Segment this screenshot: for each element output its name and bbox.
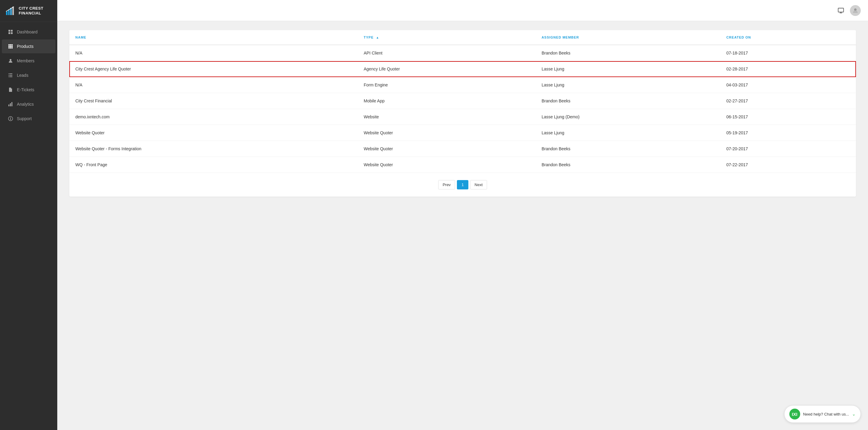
svg-rect-28 <box>11 102 12 106</box>
cell-assigned_member: Brandon Beeks <box>535 157 720 173</box>
table-row[interactable]: N/AAPI ClientBrandon Beeks07-18-2017 <box>69 45 856 61</box>
products-table-card: NAME TYPE ▲ ASSIGNED MEMBER CREATED ON <box>69 30 856 197</box>
svg-rect-11 <box>10 44 11 45</box>
sidebar-item-products[interactable]: Products <box>2 39 56 53</box>
svg-rect-15 <box>11 46 13 47</box>
cell-created_on: 06-15-2017 <box>720 109 856 125</box>
info-icon <box>8 116 13 121</box>
cell-assigned_member: Lasse Ljung <box>535 125 720 141</box>
cell-name: N/A <box>69 77 358 93</box>
person-icon <box>8 58 13 64</box>
chat-label: Need help? Chat with us... <box>803 412 849 417</box>
col-name[interactable]: NAME <box>69 30 358 45</box>
sidebar-item-etickets[interactable]: E-Tickets <box>2 83 56 97</box>
cell-created_on: 04-03-2017 <box>720 77 856 93</box>
svg-rect-2 <box>8 10 10 15</box>
brand-name: CITY CREST FINANCIAL <box>19 6 43 15</box>
svg-rect-16 <box>8 47 10 48</box>
col-created-on[interactable]: CREATED ON <box>720 30 856 45</box>
svg-rect-21 <box>9 73 12 74</box>
cell-created_on: 07-20-2017 <box>720 141 856 157</box>
table-row[interactable]: demo.ixntech.comWebsiteLasse Ljung (Demo… <box>69 109 856 125</box>
cell-created_on: 02-27-2017 <box>720 93 856 109</box>
cell-created_on: 05-19-2017 <box>720 125 856 141</box>
table-row[interactable]: WQ - Front PageWebsite QuoterBrandon Bee… <box>69 157 856 173</box>
user-avatar[interactable] <box>850 5 861 16</box>
svg-rect-17 <box>10 47 11 48</box>
next-button[interactable]: Next <box>470 180 487 189</box>
topbar <box>57 0 868 21</box>
brand-logo-icon <box>5 5 16 16</box>
svg-point-19 <box>10 59 11 61</box>
chat-widget[interactable]: IXI Need help? Chat with us... ⌄ <box>784 405 861 423</box>
list-icon <box>8 73 13 78</box>
svg-rect-30 <box>10 118 11 120</box>
table-row[interactable]: N/AForm EngineLasse Ljung04-03-2017 <box>69 77 856 93</box>
chevron-down-icon: ⌄ <box>852 411 856 417</box>
cell-created_on: 07-22-2017 <box>720 157 856 173</box>
file-icon <box>8 87 13 93</box>
pagination: Prev 1 Next <box>69 173 856 197</box>
sidebar-item-support[interactable]: Support <box>2 112 56 126</box>
sidebar-item-analytics[interactable]: Analytics <box>2 97 56 111</box>
brand-logo[interactable]: CITY CREST FINANCIAL <box>0 0 57 22</box>
col-type[interactable]: TYPE ▲ <box>358 30 535 45</box>
cell-name: demo.ixntech.com <box>69 109 358 125</box>
main-content: NAME TYPE ▲ ASSIGNED MEMBER CREATED ON <box>57 0 868 430</box>
col-assigned-member[interactable]: ASSIGNED MEMBER <box>535 30 720 45</box>
cell-type: Mobile App <box>358 93 535 109</box>
page-1-button[interactable]: 1 <box>457 180 468 189</box>
svg-rect-22 <box>8 75 9 75</box>
svg-rect-31 <box>10 118 11 118</box>
cell-created_on: 02-28-2017 <box>720 61 856 77</box>
sidebar-item-label: Leads <box>17 73 28 78</box>
cell-assigned_member: Brandon Beeks <box>535 93 720 109</box>
cell-type: Website Quoter <box>358 157 535 173</box>
prev-button[interactable]: Prev <box>438 180 456 189</box>
cell-type: Agency Life Quoter <box>358 61 535 77</box>
table-wrapper: NAME TYPE ▲ ASSIGNED MEMBER CREATED ON <box>69 30 856 173</box>
sidebar-item-label: Dashboard <box>17 30 38 34</box>
cell-type: Website <box>358 109 535 125</box>
cell-name: City Crest Financial <box>69 93 358 109</box>
cell-assigned_member: Brandon Beeks <box>535 45 720 61</box>
sidebar-item-label: Products <box>17 44 33 49</box>
cell-created_on: 07-18-2017 <box>720 45 856 61</box>
svg-rect-10 <box>8 44 10 45</box>
cell-type: API Client <box>358 45 535 61</box>
sidebar-item-members[interactable]: Members <box>2 54 56 68</box>
table-row[interactable]: City Crest Agency Life QuoterAgency Life… <box>69 61 856 77</box>
svg-point-35 <box>854 8 857 11</box>
monitor-icon[interactable] <box>837 6 845 15</box>
svg-rect-24 <box>8 76 9 77</box>
svg-rect-6 <box>8 30 10 32</box>
svg-rect-1 <box>6 11 7 15</box>
sidebar-item-dashboard[interactable]: Dashboard <box>2 25 56 39</box>
sidebar-item-leads[interactable]: Leads <box>2 68 56 82</box>
bar-chart-icon <box>8 101 13 107</box>
page-content: NAME TYPE ▲ ASSIGNED MEMBER CREATED ON <box>57 21 868 430</box>
sidebar-item-label: Members <box>17 58 34 63</box>
sidebar-navigation: Dashboard Products Members Leads <box>0 22 57 430</box>
table-row[interactable]: Website Quoter - Forms IntegrationWebsit… <box>69 141 856 157</box>
cell-name: WQ - Front Page <box>69 157 358 173</box>
svg-rect-23 <box>9 75 12 75</box>
svg-rect-20 <box>8 73 9 74</box>
cell-assigned_member: Lasse Ljung (Demo) <box>535 109 720 125</box>
cell-type: Website Quoter <box>358 141 535 157</box>
table-body: N/AAPI ClientBrandon Beeks07-18-2017City… <box>69 45 856 173</box>
svg-rect-25 <box>9 76 12 77</box>
table-row[interactable]: City Crest FinancialMobile AppBrandon Be… <box>69 93 856 109</box>
svg-rect-9 <box>11 32 13 34</box>
cell-assigned_member: Lasse Ljung <box>535 77 720 93</box>
cell-name: City Crest Agency Life Quoter <box>69 61 358 77</box>
chat-icon: IXI <box>789 409 800 420</box>
cell-name: Website Quoter <box>69 125 358 141</box>
svg-rect-12 <box>11 44 13 45</box>
svg-rect-13 <box>8 46 10 47</box>
svg-rect-27 <box>10 103 11 106</box>
svg-rect-14 <box>10 46 11 47</box>
svg-rect-8 <box>8 32 10 34</box>
sort-asc-icon: ▲ <box>376 36 379 39</box>
table-row[interactable]: Website QuoterWebsite QuoterLasse Ljung0… <box>69 125 856 141</box>
